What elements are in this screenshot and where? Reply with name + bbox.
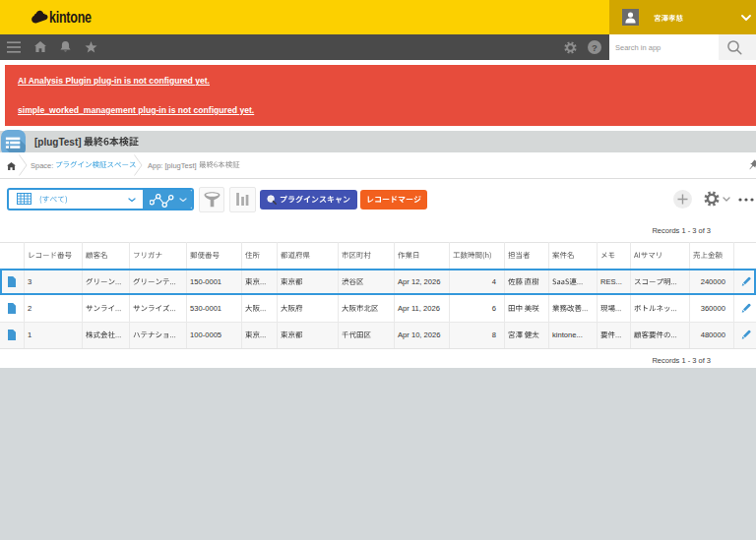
svg-text:?: ? xyxy=(592,42,598,53)
